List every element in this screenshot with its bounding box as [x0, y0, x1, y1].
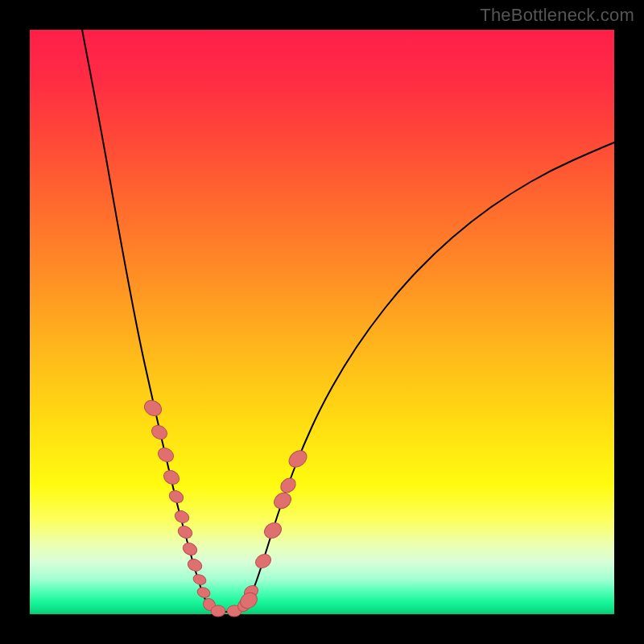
data-marker [181, 541, 199, 557]
plot-area [30, 30, 614, 614]
data-marker [196, 586, 212, 599]
data-marker [262, 520, 284, 542]
data-marker [192, 573, 207, 587]
data-marker [167, 489, 185, 505]
data-marker [253, 551, 273, 571]
watermark-text: TheBottleneck.com [480, 5, 634, 26]
curve-left-branch [82, 30, 213, 610]
data-marker [173, 509, 191, 525]
data-marker [155, 445, 175, 464]
data-marker [278, 475, 299, 495]
data-marker [286, 448, 310, 471]
data-marker [271, 489, 294, 511]
chart-frame: TheBottleneck.com [0, 0, 644, 644]
curve-right-branch [242, 142, 614, 610]
data-marker [161, 468, 181, 487]
data-marker [176, 524, 194, 540]
data-marker [186, 557, 204, 573]
data-marker [211, 605, 225, 617]
chart-svg [30, 30, 614, 614]
data-marker [149, 423, 169, 442]
data-marker [142, 398, 164, 419]
marker-group [142, 398, 310, 617]
